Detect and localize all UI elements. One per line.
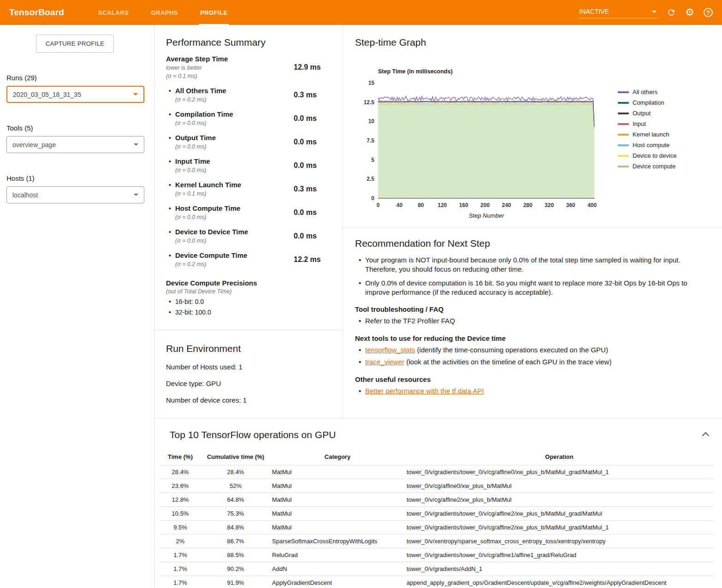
precisions-subtitle: (out of Total Device Time): [166, 288, 331, 295]
cell-cumulative: 88.5%: [201, 548, 270, 562]
cell-category: MatMul: [270, 507, 405, 521]
legend-label: Kernel launch: [633, 131, 669, 138]
top-app-bar: TensorBoard SCALARS GRAPHS PROFILE INACT…: [0, 0, 722, 25]
status-dropdown[interactable]: INACTIVE: [578, 6, 657, 18]
legend-item: Output: [618, 110, 676, 117]
main-content: Performance Summary Average Step Time lo…: [154, 25, 722, 588]
metric-sigma: (σ = 0.0 ms): [175, 143, 294, 150]
svg-text:40: 40: [397, 202, 403, 208]
metric-label: Compilation Time: [175, 110, 294, 119]
table-row: 23.6% 52% MatMul tower_0/v/cg/affine0/xw…: [160, 479, 714, 493]
svg-text:12.5: 12.5: [364, 99, 375, 106]
svg-text:280: 280: [523, 202, 533, 208]
trace-viewer-link[interactable]: trace_viewer: [365, 358, 404, 366]
cell-category: MatMul: [270, 521, 405, 535]
gear-icon[interactable]: ⚙: [685, 7, 694, 18]
tfdata-performance-link[interactable]: Better performance with the tf.data API: [365, 387, 484, 395]
svg-text:0: 0: [371, 195, 374, 202]
legend-label: Output: [633, 110, 651, 117]
col-header-operation: Operation: [405, 451, 714, 465]
legend-label: All others: [633, 89, 657, 95]
tool-description: (identify the time-consuming operations …: [415, 346, 608, 354]
legend-swatch: [618, 113, 629, 114]
faq-subhead: Tool troubleshooting / FAQ: [355, 305, 704, 313]
metric-label: Average Step Time: [166, 55, 294, 63]
next-tool-item: trace_viewer (look at the activities on …: [355, 357, 704, 367]
refresh-icon[interactable]: [667, 8, 676, 17]
tab-scalars[interactable]: SCALARS: [87, 0, 140, 25]
table-header-row: Time (%) Cumulative time (%) Category Op…: [160, 451, 714, 465]
tab-profile[interactable]: PROFILE: [189, 0, 239, 25]
next-tools-subhead: Next tools to use for reducing the Devic…: [355, 334, 704, 342]
cell-cumulative: 52%: [201, 479, 270, 493]
run-environment-title: Run Environment: [166, 343, 331, 354]
tools-select-value: overview_page: [12, 141, 56, 148]
step-time-graph-title: Step-time Graph: [355, 37, 713, 48]
device-compute-precisions: Device Compute Precisions (out of Total …: [166, 279, 331, 316]
hosts-label: Hosts (1): [6, 174, 144, 182]
legend-swatch: [618, 144, 629, 146]
recommendation-section: Recommendation for Next Step Your progra…: [343, 228, 722, 409]
col-header-cumulative: Cumulative time (%): [201, 451, 270, 465]
other-resources-subhead: Other useful resources: [355, 375, 704, 383]
status-dropdown-value: INACTIVE: [579, 8, 609, 15]
svg-text:240: 240: [502, 202, 511, 208]
runs-select[interactable]: 2020_03_05_18_31_35: [6, 86, 144, 103]
table-row: 9.5% 84.8% MatMul tower_0/v/gradients/to…: [160, 521, 714, 535]
legend-label: Host compute: [633, 142, 669, 148]
svg-text:5: 5: [371, 157, 374, 163]
cell-operation: append_apply_gradient_ops/GradientDescen…: [405, 576, 714, 588]
metric-label: All Others Time: [175, 87, 294, 95]
recommendation-bullet: Your program is NOT input-bound because …: [355, 255, 704, 273]
legend-item: Kernel launch: [618, 131, 676, 138]
chevron-down-icon: [134, 194, 138, 196]
legend-swatch: [618, 166, 629, 167]
metric-value: 0.0 ms: [294, 232, 331, 240]
runs-control: Runs (29) 2020_03_05_18_31_35: [6, 74, 144, 103]
col-header-time: Time (%): [160, 451, 201, 465]
legend-item: Input: [618, 120, 676, 127]
cell-time: 2%: [160, 535, 201, 548]
legend-label: Input: [633, 120, 646, 127]
tensorflow-stats-link[interactable]: tensorflow_stats: [365, 346, 415, 354]
table-row: 2% 86.7% SparseSoftmaxCrossEntropyWithLo…: [160, 535, 714, 548]
cell-time: 9.5%: [160, 521, 201, 535]
legend-item: Device compute: [618, 163, 676, 170]
cell-operation: tower_0/v/cg/affine0/xw_plus_b/MatMul: [405, 479, 714, 493]
metric-value: 0.0 ms: [294, 138, 331, 146]
legend-label: Compilation: [633, 99, 664, 106]
chevron-down-icon: [134, 143, 138, 146]
cell-cumulative: 84.8%: [201, 521, 270, 535]
metric-label: Device Compute Time: [175, 251, 294, 260]
cell-operation: tower_0/v/cg/affine2/xw_plus_b/MatMul: [405, 493, 714, 507]
runs-select-value: 2020_03_05_18_31_35: [13, 91, 81, 98]
cell-time: 1.7%: [160, 548, 201, 562]
performance-summary-section: Performance Summary Average Step Time lo…: [155, 25, 343, 330]
help-icon[interactable]: ?: [704, 8, 713, 17]
cell-cumulative: 90.2%: [201, 562, 270, 576]
cell-operation: tower_0/v/gradients/tower_0/v/cg/affine2…: [405, 521, 714, 535]
tab-graphs[interactable]: GRAPHS: [140, 0, 189, 25]
precision-32bit: 32-bit: 100.0: [166, 309, 331, 316]
collapse-chevron-icon[interactable]: [702, 432, 710, 440]
nav-tabs: SCALARS GRAPHS PROFILE: [87, 0, 239, 25]
device-type-line: Device type: GPU: [166, 380, 331, 387]
capture-profile-button[interactable]: CAPTURE PROFILE: [36, 35, 114, 53]
x-axis-label: Step Number: [378, 212, 595, 219]
metric-value: 12.9 ms: [294, 63, 331, 71]
cell-cumulative: 75.3%: [201, 507, 270, 521]
performance-summary-title: Performance Summary: [166, 37, 331, 48]
cell-cumulative: 28.4%: [201, 465, 270, 479]
hosts-select[interactable]: localhost: [6, 186, 144, 203]
svg-text:0: 0: [377, 202, 380, 208]
tools-select[interactable]: overview_page: [6, 136, 144, 153]
metric-value: 0.0 ms: [294, 114, 331, 123]
top-ops-title: Top 10 TensorFlow operations on GPU: [170, 429, 336, 440]
resource-item: Better performance with the tf.data API: [355, 386, 704, 396]
perf-metric-row: Kernel Launch Time (σ = 0.1 ms) 0.3 ms: [166, 181, 331, 197]
perf-metric-row: Input Time (σ = 0.0 ms) 0.0 ms: [166, 157, 331, 174]
metric-value: 0.3 ms: [294, 185, 331, 193]
cell-cumulative: 64.8%: [201, 493, 270, 507]
chevron-down-icon: [133, 93, 138, 95]
svg-text:2.5: 2.5: [367, 176, 374, 182]
